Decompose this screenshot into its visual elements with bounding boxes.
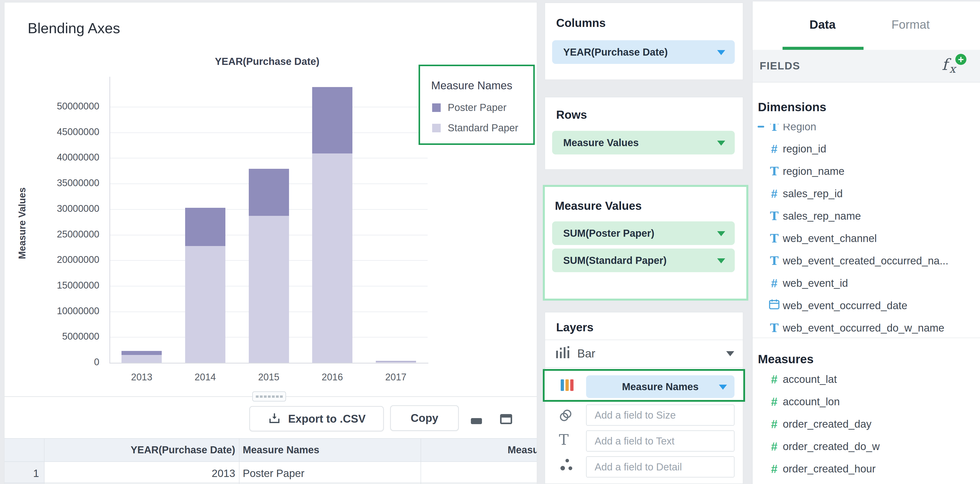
layer-row-bar[interactable]: Bar — [545, 340, 743, 367]
rows-title: Rows — [556, 108, 587, 121]
text-t-icon: T — [559, 431, 569, 448]
legend-label: Poster Paper — [448, 102, 506, 113]
chevron-down-icon[interactable] — [717, 258, 725, 263]
x-tick-label: 2013 — [111, 372, 172, 383]
field-label: order_created_hour — [783, 463, 876, 475]
chevron-down-icon[interactable] — [726, 351, 734, 356]
field-item-account_lat[interactable]: #account_lat — [752, 368, 980, 390]
measure-names-pill-label: Measure Names — [622, 381, 699, 392]
drag-handle[interactable] — [252, 392, 286, 401]
legend-item[interactable]: Standard Paper — [432, 122, 518, 134]
x-tick-label: 2014 — [175, 372, 235, 383]
size-field-input[interactable]: Add a field to Size — [586, 404, 735, 426]
y-tick-label: 15000000 — [34, 280, 99, 291]
bar-segment-standard-paper-2015[interactable] — [249, 216, 289, 363]
field-item-account_lon[interactable]: #account_lon — [752, 391, 980, 413]
bar-layer-label: Bar — [577, 347, 595, 360]
bar-segment-poster-paper-2013[interactable] — [121, 351, 162, 355]
bar-segment-standard-paper-2016[interactable] — [312, 153, 352, 363]
table-row-border — [5, 482, 537, 483]
window-icon[interactable] — [500, 414, 512, 424]
sum-poster-paper-label: SUM(Poster Paper) — [552, 228, 654, 239]
rows-pill-label: Measure Values — [552, 137, 639, 148]
table-col-divider — [44, 438, 45, 484]
y-tick-label: 30000000 — [34, 203, 99, 214]
field-label: order_created_do_w — [783, 441, 880, 452]
cell-year: 2013 — [151, 467, 235, 479]
y-tick-label: 50000000 — [34, 101, 99, 112]
chevron-down-icon[interactable] — [719, 385, 727, 390]
number-field-icon: # — [767, 373, 782, 386]
copy-button[interactable]: Copy — [390, 405, 459, 431]
chevron-down-icon[interactable] — [717, 141, 725, 146]
x-axis-line — [110, 363, 428, 363]
table-header-measure-values: Measure Values — [508, 444, 537, 455]
layers-title: Layers — [556, 320, 593, 334]
collapse-panel-icon[interactable] — [471, 418, 482, 424]
gridline — [110, 158, 428, 159]
field-item-order_created_day[interactable]: #order_created_day — [752, 413, 980, 435]
text-field-input[interactable]: Add a field to Text — [586, 430, 735, 452]
y-tick-label: 45000000 — [34, 127, 99, 137]
y-tick-label: 20000000 — [34, 254, 99, 265]
field-label: account_lon — [783, 396, 840, 408]
legend-swatch — [432, 124, 441, 132]
table-col-divider — [421, 438, 421, 484]
rows-pill-measure-values[interactable]: Measure Values — [552, 131, 735, 154]
bar-segment-poster-paper-2016[interactable] — [312, 87, 352, 153]
y-tick-label: 5000000 — [34, 331, 99, 342]
legend-items: Poster PaperStandard Paper — [432, 102, 518, 143]
color-bars-icon — [561, 379, 574, 391]
x-tick-label: 2017 — [366, 372, 426, 383]
legend-item[interactable]: Poster Paper — [432, 102, 518, 113]
number-field-icon: # — [767, 395, 782, 409]
export-csv-button[interactable]: Export to .CSV — [249, 406, 384, 431]
field-item-order_created_hour[interactable]: #order_created_hour — [752, 458, 980, 480]
export-csv-label: Export to .CSV — [288, 412, 366, 425]
size-placeholder: Add a field to Size — [587, 409, 676, 421]
dots-icon — [559, 459, 575, 474]
bar-segment-poster-paper-2014[interactable] — [185, 208, 225, 246]
bar-chart-icon — [556, 344, 573, 362]
y-tick-label: 40000000 — [34, 152, 99, 163]
chevron-down-icon[interactable] — [717, 231, 725, 236]
columns-title: Columns — [556, 16, 606, 30]
download-icon — [267, 411, 282, 427]
legend-swatch — [432, 103, 441, 112]
field-label: order_created_day — [783, 418, 872, 430]
bar-segment-standard-paper-2014[interactable] — [185, 246, 225, 363]
measures-list: #account_lat#account_lon#order_created_d… — [752, 0, 980, 484]
field-item-order_created_do_w[interactable]: #order_created_do_w — [752, 435, 980, 458]
legend-label: Standard Paper — [448, 122, 518, 134]
columns-pill-year-purchase-date[interactable]: YEAR(Purchase Date) — [552, 40, 735, 64]
detail-field-input[interactable]: Add a field to Detail — [586, 456, 735, 478]
sum-standard-paper-label: SUM(Standard Paper) — [552, 255, 667, 266]
gridline — [110, 107, 428, 107]
table-col-divider — [239, 438, 239, 484]
bar-segment-poster-paper-2015[interactable] — [249, 169, 289, 216]
app-window: Blending Axes YEAR(Purchase Date) Measur… — [0, 0, 980, 484]
bar-segment-standard-paper-2013[interactable] — [121, 355, 162, 363]
row-number: 1 — [14, 467, 39, 479]
y-tick-label: 25000000 — [34, 229, 99, 240]
color-pill-measure-names[interactable]: Measure Names — [586, 375, 735, 398]
chevron-down-icon[interactable] — [717, 50, 725, 55]
table-header-year: YEAR(Purchase Date) — [100, 444, 235, 455]
number-field-icon: # — [767, 440, 782, 453]
bar-segment-poster-paper-2017[interactable] — [376, 361, 416, 361]
number-field-icon: # — [767, 462, 782, 476]
measure-values-title: Measure Values — [555, 199, 642, 213]
number-field-icon: # — [767, 417, 782, 431]
detail-placeholder: Add a field to Detail — [587, 461, 682, 473]
gridline — [110, 132, 428, 133]
x-tick-label: 2015 — [239, 372, 299, 383]
y-tick-label: 10000000 — [34, 306, 99, 317]
y-tick-label: 35000000 — [34, 178, 99, 188]
circles-icon — [557, 408, 574, 425]
measure-values-pill-sum-poster-paper[interactable]: SUM(Poster Paper) — [552, 221, 735, 245]
x-tick-label: 2016 — [302, 372, 363, 383]
y-axis-line — [110, 77, 110, 363]
legend-annotation-box: Measure Names Poster PaperStandard Paper — [418, 65, 535, 145]
measure-values-pill-sum-standard-paper[interactable]: SUM(Standard Paper) — [552, 248, 735, 272]
y-tick-label: 0 — [34, 357, 99, 368]
